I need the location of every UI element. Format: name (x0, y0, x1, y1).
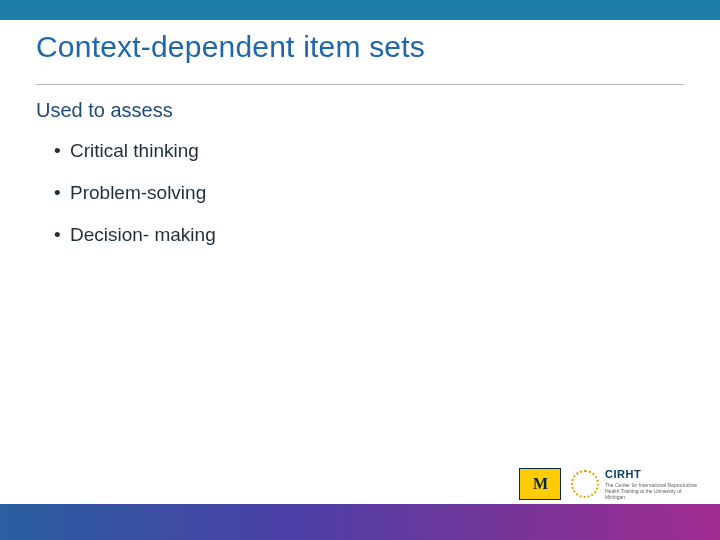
top-bar (0, 0, 720, 20)
cirht-ring-icon (571, 470, 599, 498)
footer: M CIRHT The Center for International Rep… (0, 478, 720, 540)
slide-title: Context-dependent item sets (36, 30, 684, 64)
logo-group: M CIRHT The Center for International Rep… (519, 468, 700, 500)
cirht-subtitle: The Center for International Reproductiv… (605, 482, 700, 500)
cirht-text: CIRHT The Center for International Repro… (605, 469, 700, 500)
subheading: Used to assess (36, 99, 684, 122)
list-item: Problem-solving (54, 182, 684, 204)
cirht-name: CIRHT (605, 469, 700, 480)
slide: Context-dependent item sets Used to asse… (0, 0, 720, 540)
um-logo-letter: M (533, 475, 547, 493)
title-divider (36, 84, 684, 85)
content-area: Context-dependent item sets Used to asse… (36, 30, 684, 266)
list-item: Critical thinking (54, 140, 684, 162)
bullet-list: Critical thinking Problem-solving Decisi… (54, 140, 684, 246)
cirht-logo: CIRHT The Center for International Repro… (571, 469, 700, 500)
um-logo: M (519, 468, 561, 500)
list-item: Decision- making (54, 224, 684, 246)
footer-gradient (0, 504, 720, 540)
